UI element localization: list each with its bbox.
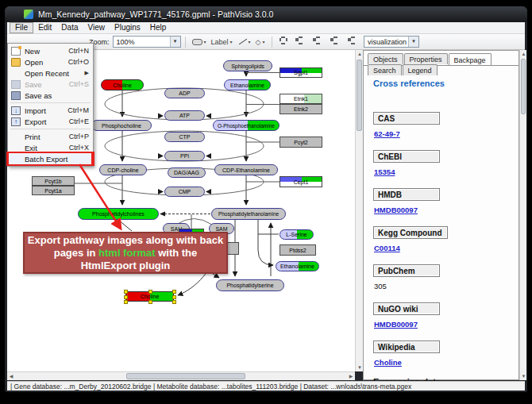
metabolite-node-adp[interactable]: ADP — [164, 88, 205, 98]
metabolite-node-choline[interactable]: Choline — [125, 291, 174, 302]
metabolite-node-phosphatidylcholines[interactable]: Phosphatidylcholines — [78, 208, 159, 220]
metabolite-node-ctp[interactable]: CTP — [164, 132, 205, 142]
metabolite-node-choline[interactable]: Choline — [101, 79, 144, 90]
scroll-left-icon[interactable]: ◀ — [7, 372, 15, 380]
file-menu-item-print[interactable]: PrintCtrl+P — [8, 131, 93, 142]
chevron-down-icon[interactable]: ▾ — [170, 37, 180, 47]
line-tool-button[interactable]: ▾ — [236, 36, 253, 48]
node-label: Phosphatidylcholines — [92, 211, 145, 217]
canvas-horizontal-scrollbar[interactable]: ◀ ▶ — [7, 371, 355, 380]
selection-handle[interactable] — [124, 300, 128, 304]
menu-plugins[interactable]: Plugins — [110, 22, 145, 33]
file-menu-item-save-as[interactable]: Save as — [8, 90, 93, 101]
file-menu-item-import[interactable]: ↓ImportCtrl+M — [8, 105, 93, 116]
xref-link[interactable]: C00114 — [374, 244, 511, 252]
selection-handle[interactable] — [172, 300, 176, 304]
callout-line2-post: with the — [156, 247, 198, 259]
scroll-down-icon[interactable]: ▼ — [520, 372, 527, 380]
chevron-down-icon[interactable]: ▾ — [249, 39, 251, 44]
node-label: DAG/AAG — [174, 170, 199, 175]
menu-view[interactable]: View — [83, 22, 110, 33]
visualization-combobox[interactable]: visualization ▾ — [364, 36, 419, 48]
title-bar[interactable]: Mm_Kennedy_pathway_WP1771_45176.gpml - P… — [5, 6, 527, 22]
file-menu-item-batch-export[interactable]: Batch Export — [8, 153, 93, 164]
file-menu-item-open[interactable]: OpenCtrl+O — [8, 56, 93, 67]
metabolite-node-ethanolamine[interactable]: Ethanolamine — [276, 261, 319, 271]
metabolite-node-cdp-ethanolamine[interactable]: CDP-Ethanolamine — [214, 164, 278, 175]
chevron-down-icon[interactable]: ▾ — [204, 39, 206, 44]
gene-node[interactable] — [226, 242, 239, 255]
stack-button[interactable] — [345, 37, 357, 48]
selection-handle[interactable] — [148, 300, 152, 304]
panel-vertical-scrollbar[interactable]: ▲ ▼ — [519, 50, 526, 380]
blank-icon — [11, 133, 21, 141]
menu-item-label: New — [25, 47, 68, 56]
align-middle-button[interactable] — [295, 37, 307, 48]
visualization-value: visualization — [364, 38, 408, 46]
selection-handle[interactable] — [124, 290, 128, 294]
window-title: Mm_Kennedy_pathway_WP1771_45176.gpml - P… — [38, 10, 273, 19]
menu-item-label: Open Recent — [25, 69, 85, 78]
toolbar-separator — [272, 37, 272, 48]
gene-node-pcyt2[interactable]: Pcyt2 — [279, 137, 322, 148]
file-menu-item-exit[interactable]: ExitCtrl+X — [8, 142, 93, 153]
chevron-down-icon[interactable]: ▾ — [408, 37, 418, 47]
xref-link[interactable]: 62-49-7 — [374, 129, 511, 138]
xref-link[interactable]: 15354 — [374, 167, 511, 176]
xref-link[interactable]: HMDB00097 — [374, 320, 511, 329]
selection-handle[interactable] — [172, 290, 176, 294]
gene-node-etnk1[interactable]: Etnk1 — [279, 94, 322, 104]
blank-icon — [11, 144, 21, 152]
scroll-up-icon[interactable]: ▲ — [520, 50, 527, 58]
zoom-combobox[interactable]: 100% ▾ — [113, 36, 181, 48]
gene-node-pcyt1a[interactable]: Pcyt1a — [32, 186, 75, 195]
metabolite-node-atp[interactable]: ATP — [164, 110, 205, 121]
tab-objects[interactable]: Objects — [368, 53, 403, 64]
menu-file[interactable]: File — [10, 22, 33, 33]
file-menu-item-save[interactable]: SaveCtrl+S — [8, 79, 93, 90]
xref-link[interactable]: HMDB00097 — [374, 206, 511, 214]
chevron-down-icon[interactable]: ▾ — [230, 39, 233, 44]
align-center-button[interactable] — [279, 37, 291, 48]
node-label: L-Serine — [286, 232, 306, 237]
file-menu-item-export[interactable]: ↑ExportCtrl+E — [8, 116, 93, 127]
menu-item-label: Save — [25, 80, 69, 89]
xref-link[interactable]: Choline — [374, 358, 511, 367]
canvas-vertical-scrollbar[interactable]: ▲ ▼ — [355, 50, 363, 371]
shape-tool-button[interactable]: ◇▾ — [254, 36, 267, 48]
metabolite-node-phosphocholine[interactable]: Phosphocholine — [91, 120, 152, 131]
gene-node-ptdss2[interactable]: Ptdss2 — [279, 244, 316, 256]
tab-backpage[interactable]: Backpage — [449, 53, 492, 65]
tab-properties[interactable]: Properties — [404, 53, 448, 64]
metabolite-node-dag-aag[interactable]: DAG/AAG — [168, 167, 206, 178]
label-tool-button[interactable]: Label▾ — [210, 36, 234, 48]
selection-handle[interactable] — [172, 295, 176, 299]
metabolite-node-o-phosphoethanolamine[interactable]: O-Phosphoethanolamine — [213, 120, 279, 131]
file-menu-item-new[interactable]: NewCtrl+N — [8, 45, 93, 56]
metabolite-node-l-serine[interactable]: L-Serine — [279, 229, 314, 240]
metabolite-node-cdp-choline[interactable]: CDP-choline — [99, 164, 147, 175]
gene-node-cept1[interactable]: Cept1 — [279, 176, 322, 187]
metabolite-node-ethanolamine[interactable]: Ethanolamine — [224, 79, 271, 90]
metabolite-node-sphingolipids[interactable]: Sphingolipids — [223, 60, 272, 71]
menu-edit[interactable]: Edit — [33, 22, 56, 33]
menu-help[interactable]: Help — [145, 22, 172, 33]
metabolite-node-phosphatidylserine[interactable]: Phosphatidylserine — [216, 279, 284, 291]
gene-node-sgpl1[interactable]: Sgpl1 — [279, 67, 322, 78]
xref-entry: NuGO wikiHMDB00097 — [373, 301, 511, 329]
file-menu-item-open-recent[interactable]: Open Recent▶ — [8, 67, 93, 79]
scroll-right-icon[interactable]: ▶ — [347, 372, 355, 380]
selection-handle[interactable] — [124, 295, 128, 299]
gene-node-pcyt1b[interactable]: Pcyt1b — [32, 176, 75, 186]
metabolite-node-phosphatidylethanolamine[interactable]: Phosphatidylethanolamine — [211, 208, 286, 220]
metabolite-node-cmp[interactable]: CMP — [164, 187, 205, 197]
distribute-vertical-button[interactable] — [329, 37, 341, 48]
selection-handle[interactable] — [148, 290, 152, 294]
distribute-horizontal-button[interactable] — [312, 37, 324, 48]
metabolite-node-ppi[interactable]: PPi — [164, 151, 205, 161]
datanode-tool-button[interactable]: ▾ — [191, 36, 208, 48]
label-tool-icon: Label — [211, 37, 229, 48]
gene-node-etnk2[interactable]: Etnk2 — [279, 104, 322, 114]
menu-data[interactable]: Data — [56, 22, 83, 33]
chevron-down-icon[interactable]: ▾ — [263, 39, 265, 44]
